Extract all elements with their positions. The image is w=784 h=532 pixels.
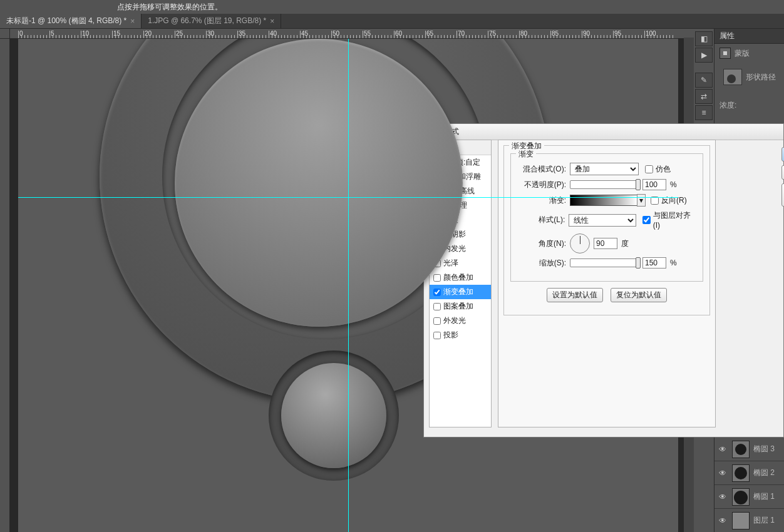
- layer-name[interactable]: 椭圆 2: [753, 468, 775, 478]
- layer-thumb[interactable]: [732, 512, 750, 529]
- ruler-corner: [0, 29, 10, 39]
- shape-path-label: 形状路径: [746, 72, 776, 83]
- gradient-sub-legend: 渐变: [516, 149, 536, 160]
- panel-icon-brush[interactable]: ✎: [695, 73, 713, 88]
- dither-label: 仿色: [656, 164, 671, 175]
- style-pattern-overlay[interactable]: 图案叠加: [430, 299, 491, 314]
- align-label: 与图层对齐(I): [653, 210, 696, 230]
- panel-icon-lines[interactable]: ≡: [695, 105, 713, 120]
- blend-mode-row: 混合模式(O): 叠加 仿色: [517, 163, 696, 175]
- style-outer-glow-label: 外发光: [443, 315, 466, 326]
- slider-thumb[interactable]: [636, 257, 641, 269]
- opacity-input[interactable]: [642, 179, 666, 190]
- style-row: 样式(L): 线性 与图层对齐(I): [517, 210, 696, 230]
- checkbox[interactable]: [433, 274, 441, 282]
- scale-label: 缩放(S):: [517, 258, 566, 269]
- style-outer-glow[interactable]: 外发光: [430, 314, 491, 328]
- angle-row: 角度(N): 度: [517, 233, 696, 253]
- dialog-title[interactable]: 图层样式: [424, 124, 783, 140]
- checkbox[interactable]: [433, 289, 441, 296]
- style-pattern-overlay-label: 图案叠加: [443, 301, 473, 312]
- style-drop-shadow[interactable]: 投影: [430, 328, 491, 342]
- checkbox[interactable]: [433, 317, 441, 325]
- opacity-unit: %: [670, 180, 677, 189]
- dialog-button-column: 确定 取消 新建样式(W)... 预览(V): [781, 147, 784, 269]
- guide-vertical[interactable]: [348, 39, 349, 532]
- ruler-vertical[interactable]: [0, 39, 10, 532]
- scale-row: 缩放(S): %: [517, 257, 696, 269]
- style-satin-label: 光泽: [443, 258, 458, 269]
- document-tab-active[interactable]: 未标题-1 @ 100% (椭圆 4, RGB/8) * ×: [0, 14, 142, 28]
- shape-path-thumb[interactable]: [723, 69, 742, 85]
- gradient-dropdown-icon[interactable]: ▾: [637, 194, 646, 207]
- layer-row[interactable]: 👁 椭圆 1: [714, 484, 784, 508]
- angle-dial[interactable]: [570, 233, 590, 253]
- guide-horizontal[interactable]: [18, 197, 678, 198]
- cancel-button[interactable]: 取消: [781, 165, 784, 180]
- layer-thumb[interactable]: [732, 464, 750, 482]
- style-drop-shadow-label: 投影: [443, 330, 458, 340]
- slider-thumb[interactable]: [636, 179, 641, 190]
- blend-mode-label: 混合模式(O):: [517, 164, 566, 175]
- visibility-icon[interactable]: 👁: [717, 445, 728, 454]
- gradient-subgroup: 渐变 混合模式(O): 叠加 仿色 不透明度(P): %: [510, 153, 703, 282]
- gradient-preview[interactable]: [570, 195, 637, 206]
- panel-title[interactable]: 属性: [714, 29, 784, 44]
- degree-label: 度: [621, 238, 629, 249]
- document-tab-label: 1.JPG @ 66.7% (图层 19, RGB/8) *: [148, 16, 266, 26]
- settings-pane: 渐变叠加 渐变 混合模式(O): 叠加 仿色 不透明度(P): %: [498, 140, 716, 427]
- checkbox[interactable]: [433, 332, 441, 339]
- layer-name[interactable]: 图层 1: [753, 515, 775, 526]
- mask-row: 蒙版: [714, 44, 784, 63]
- scale-unit: %: [670, 258, 677, 267]
- scale-slider[interactable]: [570, 258, 639, 267]
- gradient-row: 渐变: ▾ 反向(R): [517, 194, 696, 207]
- checkbox[interactable]: [433, 303, 441, 310]
- set-default-button[interactable]: 设置为默认值: [547, 288, 603, 302]
- angle-input[interactable]: [594, 238, 617, 249]
- reset-default-button[interactable]: 复位为默认值: [611, 288, 667, 302]
- style-color-overlay[interactable]: 颜色叠加: [430, 270, 491, 285]
- opacity-row: 不透明度(P): %: [517, 179, 696, 190]
- opacity-label: 不透明度(P):: [517, 180, 566, 190]
- layer-name[interactable]: 椭圆 3: [753, 444, 775, 454]
- ruler-horizontal[interactable]: 0510152025303540455055606570758085909510…: [10, 29, 684, 39]
- layer-row[interactable]: 👁 图层 1: [714, 508, 784, 532]
- document-tab-label: 未标题-1 @ 100% (椭圆 4, RGB/8) *: [6, 16, 126, 26]
- document-tab-inactive[interactable]: 1.JPG @ 66.7% (图层 19, RGB/8) * ×: [142, 14, 281, 28]
- ok-button[interactable]: 确定: [781, 147, 784, 161]
- style-gradient-overlay-label: 渐变叠加: [443, 287, 473, 297]
- layer-thumb[interactable]: [732, 441, 750, 458]
- panel-icon-adjust[interactable]: ◧: [695, 31, 713, 46]
- layer-row[interactable]: 👁 椭圆 3: [714, 437, 784, 461]
- layer-thumb[interactable]: [732, 488, 750, 506]
- document-tab-bar: 未标题-1 @ 100% (椭圆 4, RGB/8) * × 1.JPG @ 6…: [0, 14, 784, 29]
- visibility-icon[interactable]: 👁: [717, 516, 728, 525]
- density-row: 浓度:: [714, 89, 784, 115]
- opacity-slider[interactable]: [570, 180, 639, 189]
- density-label: 浓度:: [720, 100, 736, 111]
- style-gradient-overlay[interactable]: 渐变叠加: [430, 285, 491, 299]
- new-style-button[interactable]: 新建样式(W)...: [781, 183, 784, 207]
- dialog-body: 样式 混合选项:自定 斜面和浮雕 等高线 纹理 描边 内阴影 内发光 光泽 颜色…: [429, 140, 778, 432]
- layer-style-dialog[interactable]: 图层样式 样式 混合选项:自定 斜面和浮雕 等高线 纹理 描边 内阴影 内发光 …: [423, 123, 784, 437]
- scale-input[interactable]: [642, 257, 666, 269]
- panel-icon-swap[interactable]: ⇄: [695, 89, 713, 104]
- artwork-inner-circle: [175, 39, 463, 327]
- blend-mode-select[interactable]: 叠加: [570, 163, 639, 175]
- close-icon[interactable]: ×: [270, 17, 274, 26]
- hint-bar: 点按并拖移可调整效果的位置。: [0, 0, 784, 14]
- mask-icon[interactable]: [720, 48, 731, 59]
- style-select[interactable]: 线性: [569, 214, 636, 227]
- close-icon[interactable]: ×: [130, 17, 135, 26]
- align-checkbox[interactable]: [642, 216, 651, 224]
- angle-label: 角度(N):: [517, 238, 566, 249]
- style-color-overlay-label: 颜色叠加: [443, 272, 473, 283]
- layer-name[interactable]: 椭圆 1: [753, 491, 775, 502]
- visibility-icon[interactable]: 👁: [717, 469, 728, 478]
- visibility-icon[interactable]: 👁: [717, 493, 728, 501]
- layer-row[interactable]: 👁 椭圆 2: [714, 461, 784, 484]
- dither-checkbox[interactable]: [645, 165, 653, 173]
- collapsed-panel-dock: ◧ ▶ ✎ ⇄ ≡: [695, 31, 713, 121]
- panel-icon-play[interactable]: ▶: [695, 48, 713, 63]
